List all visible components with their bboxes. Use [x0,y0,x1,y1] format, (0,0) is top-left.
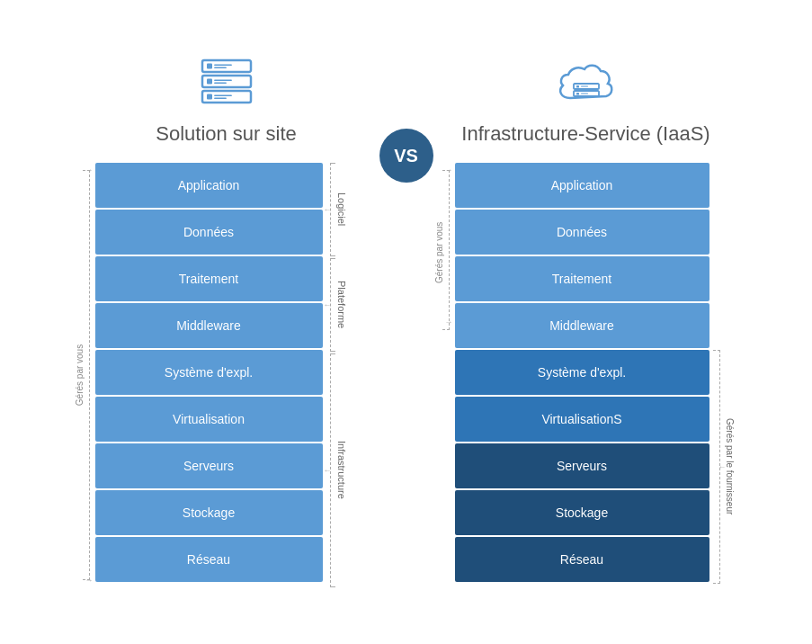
svg-rect-9 [207,94,212,100]
plateforme-bracket: ← [326,258,336,352]
right-block-1: Données [455,210,709,255]
logiciel-label-text: Logiciel [336,192,347,226]
server-icon [195,57,258,114]
left-block-5: Virtualisation [95,397,323,442]
right-block-7: Stockage [455,490,709,535]
fournisseur-bracket: ← [712,350,725,584]
main-container: Solution sur site → → Gérés par vous App… [0,39,812,605]
svg-rect-17 [581,94,588,94]
right-block-8: Réseau [455,537,709,582]
left-header: Solution sur site [156,57,297,147]
right-column: Infrastructure-Service (IaaS) → → Gérés … [433,57,739,584]
right-diagram: → → Gérés par vous Application Données T… [433,163,739,584]
left-block-7: Stockage [95,490,323,535]
logiciel-bracket: ← [326,163,336,256]
infrastructure-label-text: Infrastructure [336,441,347,499]
left-right-labels: ← Logiciel ← Plateforme [326,163,379,587]
logiciel-label-section: ← Logiciel [326,163,379,256]
right-right-labels: ← Gérés par le fournisseur [712,163,739,584]
svg-rect-7 [214,83,227,85]
left-block-2: Traitement [95,256,323,301]
right-header: Infrastructure-Service (IaaS) [461,57,709,147]
svg-rect-5 [207,79,212,85]
svg-rect-2 [214,65,232,67]
left-stack: Application Données Traitement Middlewar… [95,163,323,587]
left-block-1: Données [95,210,323,255]
svg-rect-11 [214,98,227,100]
left-block-4: Système d'expl. [95,350,323,395]
right-block-6: Serveurs [455,443,709,488]
right-block-0: Application [455,163,709,208]
svg-rect-6 [214,80,232,82]
right-title: Infrastructure-Service (IaaS) [461,121,709,147]
left-title: Solution sur site [156,121,297,147]
left-diagram: → → Gérés par vous Application Données T… [74,163,379,587]
left-column: Solution sur site → → Gérés par vous App… [74,57,379,587]
plateforme-label-text: Plateforme [336,281,347,328]
fournisseur-section: ← Gérés par le fournisseur [712,350,739,584]
right-block-4: Système d'expl. [455,350,709,395]
svg-rect-1 [207,64,212,69]
left-block-3: Middleware [95,303,323,348]
svg-rect-16 [576,93,579,95]
right-stack: Application Données Traitement Middlewar… [455,163,709,584]
infrastructure-bracket: ← [326,353,336,587]
left-dashed-bracket: → → Gérés par vous [74,163,95,587]
right-block-5: VirtualisationS [455,397,709,442]
svg-rect-10 [214,95,232,97]
left-block-8: Réseau [95,537,323,582]
left-block-0: Application [95,163,323,208]
right-left-bracket: → → Gérés par vous [433,163,455,584]
infrastructure-label-section: ← Infrastructure [326,353,379,587]
svg-rect-13 [576,85,579,88]
svg-rect-3 [214,67,227,69]
right-top-spacer [712,163,739,350]
right-block-3: Middleware [455,303,709,348]
svg-rect-14 [581,86,588,87]
right-block-2: Traitement [455,256,709,301]
plateforme-label-section: ← Plateforme [326,258,379,352]
vs-badge: VS [379,129,433,183]
left-block-6: Serveurs [95,443,323,488]
cloud-icon [550,57,622,114]
